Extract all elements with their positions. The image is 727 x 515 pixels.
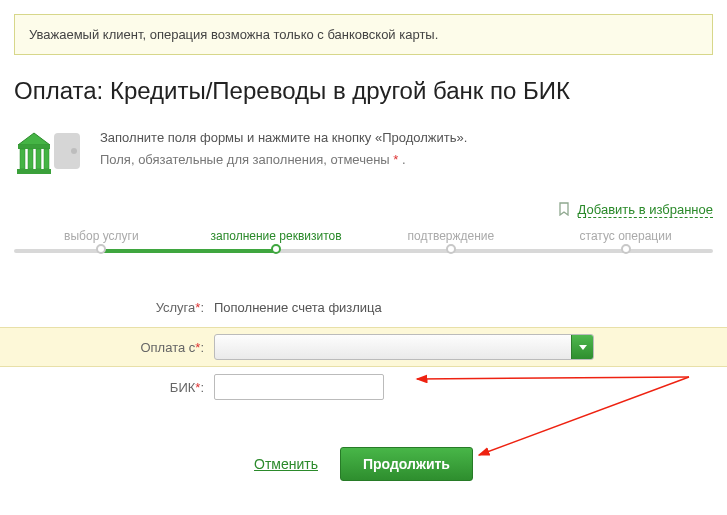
svg-rect-5 xyxy=(28,149,33,169)
svg-rect-8 xyxy=(17,169,51,174)
service-value: Пополнение счета физлица xyxy=(214,300,713,315)
payfrom-label: Оплата с xyxy=(140,340,195,355)
row-bik: БИК*: xyxy=(14,367,713,407)
favorite-row: Добавить в избранное xyxy=(14,202,713,219)
step-1-label: выбор услуги xyxy=(14,229,189,243)
add-favorite-link[interactable]: Добавить в избранное xyxy=(578,202,713,218)
bookmark-icon xyxy=(558,202,570,219)
chevron-down-icon xyxy=(571,335,593,359)
progress-stepper: выбор услуги заполнение реквизитов подтв… xyxy=(14,229,713,265)
continue-button[interactable]: Продолжить xyxy=(340,447,473,481)
svg-marker-2 xyxy=(18,133,50,145)
bik-input[interactable] xyxy=(214,374,384,400)
svg-rect-7 xyxy=(44,149,49,169)
page-title: Оплата: Кредиты/Переводы в другой банк п… xyxy=(14,77,713,105)
cancel-link[interactable]: Отменить xyxy=(254,456,318,472)
actions-row: Отменить Продолжить xyxy=(14,447,713,481)
row-payfrom: Оплата с*: xyxy=(0,327,727,367)
svg-point-1 xyxy=(71,148,77,154)
step-2-label: заполнение реквизитов xyxy=(189,229,364,243)
intro-line2: Поля, обязательные для заполнения, отмеч… xyxy=(100,149,467,171)
svg-rect-3 xyxy=(18,145,50,149)
bik-label: БИК xyxy=(170,380,195,395)
bank-icon xyxy=(14,127,84,186)
intro-block: Заполните поля формы и нажмите на кнопку… xyxy=(14,127,713,186)
step-3-label: подтверждение xyxy=(364,229,539,243)
step-4-label: статус операции xyxy=(538,229,713,243)
svg-rect-6 xyxy=(36,149,41,169)
notice-banner: Уважаемый клиент, операция возможна толь… xyxy=(14,14,713,55)
service-label: Услуга xyxy=(156,300,196,315)
payfrom-select[interactable] xyxy=(214,334,594,360)
intro-line1: Заполните поля формы и нажмите на кнопку… xyxy=(100,127,467,149)
row-service: Услуга*: Пополнение счета физлица xyxy=(14,287,713,327)
notice-text: Уважаемый клиент, операция возможна толь… xyxy=(29,27,438,42)
svg-rect-4 xyxy=(20,149,25,169)
